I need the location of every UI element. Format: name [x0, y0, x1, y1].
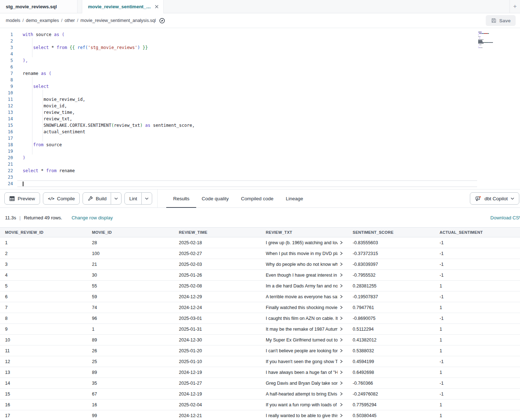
code-line[interactable]: 19 [0, 148, 520, 155]
cell-movie-review-id: 5 [0, 283, 87, 289]
cell-review-txt: If you haven't seen the gong show TV s… [261, 359, 348, 364]
indent-guide [43, 90, 43, 96]
expand-review-icon[interactable] [340, 370, 343, 374]
code-line[interactable]: 2 [0, 38, 520, 44]
cell-actual-sentiment: 1 [435, 305, 520, 310]
code-line[interactable]: 1with source as ( [0, 31, 520, 38]
expand-review-icon[interactable] [340, 241, 343, 245]
expand-review-icon[interactable] [340, 392, 343, 396]
code-line[interactable]: 13 review_time, [0, 109, 520, 116]
line-number: 13 [0, 109, 17, 116]
expand-review-icon[interactable] [340, 403, 343, 407]
expand-review-button[interactable] [338, 327, 343, 331]
tab-lineage[interactable]: Lineage [286, 189, 303, 208]
explore-lineage-button[interactable] [159, 18, 165, 24]
editor-minimap[interactable] [478, 32, 506, 50]
code-line[interactable]: 15 SNOWFLAKE.CORTEX.SENTIMENT(review_txt… [0, 122, 520, 129]
cell-movie-review-id: 10 [0, 338, 87, 343]
expand-review-icon[interactable] [340, 305, 343, 309]
expand-review-icon[interactable] [340, 316, 343, 320]
review-text: I can't believe people are looking for a… [266, 348, 338, 353]
expand-review-icon[interactable] [340, 262, 343, 266]
indent-guide [32, 129, 32, 135]
expand-review-button[interactable] [338, 316, 343, 320]
tab-results[interactable]: Results [173, 189, 189, 208]
save-button[interactable]: Save [486, 15, 516, 26]
code-line[interactable]: 10 [0, 90, 520, 96]
breadcrumb-models[interactable]: models [6, 18, 20, 23]
cell-review-time: 2025-02-08 [174, 283, 261, 289]
breadcrumb-demo-examples[interactable]: demo_examples [26, 18, 59, 23]
expand-review-button[interactable] [338, 241, 343, 245]
lint-dropdown-toggle[interactable] [141, 193, 152, 204]
tab-compiled-code[interactable]: Compiled code [241, 189, 273, 208]
expand-review-button[interactable] [338, 392, 343, 396]
cell-movie-review-id: 11 [0, 348, 87, 353]
tab-stg-movie-reviews[interactable]: stg_movie_reviews.sql [0, 0, 78, 13]
expand-review-button[interactable] [338, 273, 343, 277]
code-line[interactable]: 4 [0, 51, 520, 57]
code-line[interactable]: 17 [0, 135, 520, 142]
expand-review-icon[interactable] [340, 295, 343, 299]
lint-button[interactable]: Lint [124, 192, 152, 205]
review-text: I caught this film on AZN on cable. It s… [266, 316, 338, 321]
expand-review-button[interactable] [338, 381, 343, 385]
code-line[interactable]: 18 from source [0, 142, 520, 148]
build-main-segment[interactable]: Build [83, 193, 111, 204]
expand-review-icon[interactable] [340, 349, 343, 353]
expand-review-button[interactable] [338, 295, 343, 299]
expand-review-icon[interactable] [340, 414, 343, 417]
sql-code-editor[interactable]: 1with source as (23 select * from {{ ref… [0, 28, 520, 189]
cell-actual-sentiment: 1 [435, 327, 520, 332]
code-line[interactable]: 12 movie_id, [0, 103, 520, 109]
preview-button[interactable]: Preview [4, 192, 40, 205]
expand-review-button[interactable] [338, 359, 343, 363]
close-tab-icon[interactable] [155, 5, 159, 9]
expand-review-button[interactable] [338, 251, 343, 255]
expand-review-button[interactable] [338, 338, 343, 342]
code-line[interactable]: 24 [0, 180, 520, 187]
expand-review-button[interactable] [338, 370, 343, 374]
change-row-display-link[interactable]: Change row display [71, 215, 113, 220]
expand-review-icon[interactable] [340, 327, 343, 331]
cell-review-time: 2025-02-18 [174, 240, 261, 245]
code-line[interactable]: 8 [0, 77, 520, 83]
lint-main-segment[interactable]: Lint [125, 193, 141, 204]
expand-review-icon[interactable] [340, 338, 343, 342]
expand-review-button[interactable] [338, 349, 343, 353]
expand-review-button[interactable] [338, 403, 343, 407]
cell-sentiment-score: 0.5112294 [348, 327, 435, 332]
download-csv-link[interactable]: Download CSV [490, 215, 520, 220]
tab-movie-review-sentiment-analysis[interactable]: movie_review_sentiment_… [82, 0, 164, 13]
code-line[interactable]: 23 [0, 174, 520, 180]
expand-review-icon[interactable] [340, 273, 343, 277]
expand-review-button[interactable] [338, 305, 343, 309]
line-number: 10 [0, 90, 17, 96]
dbt-copilot-button[interactable]: dbt Copilot [470, 192, 519, 205]
code-line[interactable]: 22select * from rename [0, 167, 520, 174]
code-line[interactable]: 16 actual_sentiment [0, 129, 520, 135]
code-line[interactable]: 21 [0, 161, 520, 167]
code-line[interactable]: 20) [0, 155, 520, 161]
tab-code-quality[interactable]: Code quality [202, 189, 229, 208]
code-line[interactable]: 14 review_txt, [0, 116, 520, 122]
build-button[interactable]: Build [83, 192, 122, 205]
code-line[interactable]: 3 select * from {{ ref('stg_movie_review… [0, 44, 520, 51]
compile-button[interactable]: </> Compile [43, 192, 80, 205]
expand-review-icon[interactable] [340, 359, 343, 363]
build-dropdown-toggle[interactable] [111, 193, 121, 204]
code-line[interactable]: 7rename as ( [0, 70, 520, 77]
code-line[interactable]: 5), [0, 57, 520, 64]
new-tab-button[interactable]: + [510, 0, 520, 13]
expand-review-icon[interactable] [340, 284, 343, 288]
code-line[interactable]: 6 [0, 64, 520, 70]
expand-review-button[interactable] [338, 284, 343, 288]
expand-review-button[interactable] [338, 414, 343, 417]
tab-lineage-label: Lineage [286, 196, 303, 201]
code-line[interactable]: 9 select [0, 83, 520, 90]
expand-review-icon[interactable] [340, 381, 343, 385]
expand-review-icon[interactable] [340, 251, 343, 255]
expand-review-button[interactable] [338, 262, 343, 266]
breadcrumb-other[interactable]: other [65, 18, 75, 23]
code-line[interactable]: 11 movie_review_id, [0, 96, 520, 103]
